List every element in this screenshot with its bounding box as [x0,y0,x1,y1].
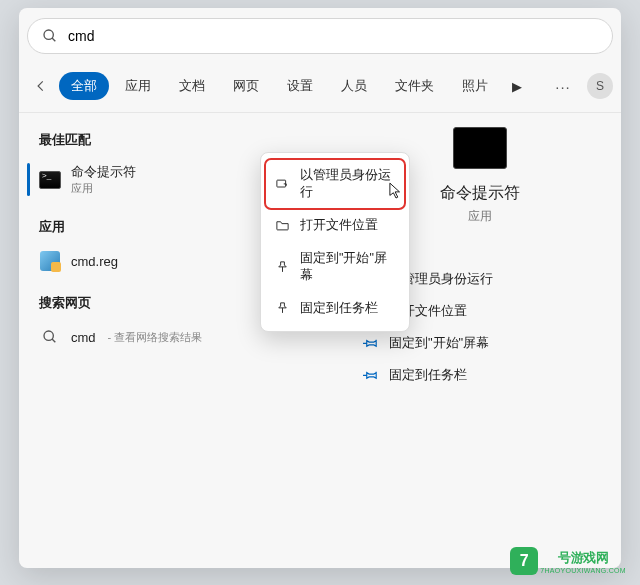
tab-all[interactable]: 全部 [59,72,109,100]
ctx-open-location[interactable]: 打开文件位置 [265,209,405,242]
preview-subtitle: 应用 [468,208,492,225]
ctx-pin-taskbar[interactable]: 固定到任务栏 [265,292,405,325]
web-extra: - 查看网络搜索结果 [108,330,203,345]
tab-apps[interactable]: 应用 [113,72,163,100]
tab-photos[interactable]: 照片 [450,72,500,100]
result-subtitle: 应用 [71,181,136,196]
ctx-pin-start[interactable]: 固定到"开始"屏幕 [265,242,405,292]
svg-line-1 [52,38,55,41]
preview-title: 命令提示符 [440,183,520,204]
tab-docs[interactable]: 文档 [167,72,217,100]
shield-icon [275,177,290,192]
pin-icon [275,260,290,275]
result-title: 命令提示符 [71,163,136,181]
overflow-menu[interactable]: ··· [549,72,577,100]
watermark-text: 号游戏网 [558,549,608,567]
tab-more-arrow[interactable]: ▶ [504,74,530,99]
search-icon [39,326,61,348]
app-icon-large [453,127,507,169]
watermark-badge: 7 [510,547,538,575]
user-avatar[interactable]: S [587,73,613,99]
watermark-url: 7HAOYOUXIWANG.COM [540,567,626,574]
pin-icon [363,367,379,383]
folder-icon [275,218,290,233]
filter-tabs: 全部 应用 文档 网页 设置 人员 文件夹 照片 ▶ ··· S [27,66,613,106]
web-query: cmd [71,330,96,345]
action-pin-taskbar[interactable]: 固定到任务栏 [355,359,605,391]
watermark: 7 号游戏网 7HAOYOUXIWANG.COM [510,547,626,575]
ctx-run-as-admin[interactable]: 以管理员身份运行 [265,159,405,209]
cmd-icon [39,169,61,191]
tab-web[interactable]: 网页 [221,72,271,100]
tab-settings[interactable]: 设置 [275,72,325,100]
svg-point-2 [44,331,53,340]
context-menu: 以管理员身份运行 打开文件位置 固定到"开始"屏幕 固定到任务栏 [260,152,410,332]
svg-line-3 [52,339,55,342]
tab-people[interactable]: 人员 [329,72,379,100]
pin-icon [363,335,379,351]
tab-folders[interactable]: 文件夹 [383,72,446,100]
search-input[interactable] [68,28,598,44]
search-bar[interactable] [27,18,613,54]
back-button[interactable] [27,72,55,100]
search-icon [42,28,58,44]
pin-icon [275,301,290,316]
result-title: cmd.reg [71,254,118,269]
reg-file-icon [39,250,61,272]
svg-point-0 [44,30,53,39]
